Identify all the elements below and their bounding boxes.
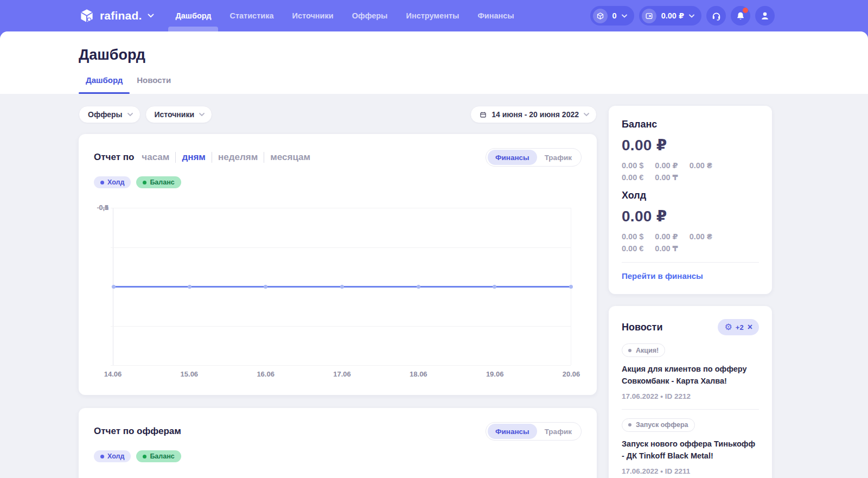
chevron-down-icon: [127, 113, 133, 116]
currency-amount: 0.00 ₸: [655, 173, 678, 182]
interval-days[interactable]: дням: [175, 152, 212, 163]
data-point: [493, 285, 496, 289]
legend-hold[interactable]: Холд: [94, 176, 131, 188]
balance-card: Баланс 0.00 ₽ 0.00 $ 0.00 ₽ 0.00 ₴ 0.00 …: [609, 106, 772, 294]
daily-report-chart: 1 0,5 0 -0,5 -1: [94, 205, 582, 386]
filters-row: Офферы Источники: [79, 106, 597, 123]
legend-hold[interactable]: Холд: [94, 450, 131, 462]
user-icon: [760, 10, 770, 21]
data-point: [264, 285, 267, 289]
currency-amount: 0.00 ₴: [690, 232, 712, 241]
legend-hold-label: Холд: [107, 179, 124, 186]
sources-filter[interactable]: Источники: [145, 106, 213, 123]
news-tag: Акция!: [622, 343, 665, 357]
support-button[interactable]: [706, 6, 726, 26]
page-tabs: Дашборд Новости: [79, 75, 775, 94]
legend-balance[interactable]: Баланс: [136, 176, 181, 188]
toggle-traffic[interactable]: Трафик: [537, 424, 579, 439]
chevron-down-icon: [689, 14, 694, 18]
report-head: Отчет по офферам Финансы Трафик: [94, 422, 582, 441]
tag-dot-icon: [628, 349, 631, 352]
x-axis-tick: 15.06: [181, 370, 199, 378]
news-item-title[interactable]: Акция для клиентов по офферу Совкомбанк …: [622, 363, 759, 387]
data-point: [340, 285, 344, 289]
chevron-down-icon: [148, 14, 154, 18]
currency-amount: 0.00 ₴: [690, 161, 712, 170]
news-tag-label: Акция!: [636, 347, 659, 354]
conversions-badge[interactable]: 0: [590, 6, 634, 26]
currency-amount: 0.00 ₽: [655, 161, 678, 170]
hold-dot-icon: [100, 455, 104, 458]
report-title-prefix: Отчет по: [94, 152, 134, 163]
chevron-down-icon: [584, 113, 589, 116]
nav-item-offers[interactable]: Офферы: [343, 0, 397, 31]
tab-news[interactable]: Новости: [130, 75, 178, 94]
offers-report-title: Отчет по офферам: [94, 426, 181, 437]
interval-hours[interactable]: часам: [138, 152, 175, 163]
news-title: Новости: [622, 322, 662, 333]
legend-hold-label: Холд: [107, 452, 124, 460]
toggle-finances[interactable]: Финансы: [488, 150, 537, 165]
wallet-icon: [642, 9, 656, 23]
main-column: Офферы Источники: [79, 106, 597, 478]
x-axis-tick: 17.06: [333, 370, 351, 378]
nav-item-tools[interactable]: Инструменты: [397, 0, 468, 31]
nav-item-dashboard[interactable]: Дашборд: [166, 0, 220, 31]
news-item[interactable]: Акция! Акция для клиентов по офферу Совк…: [622, 343, 759, 400]
headset-icon: [711, 11, 722, 21]
interval-months[interactable]: месяцам: [264, 152, 316, 163]
news-count: +2: [736, 323, 744, 332]
chevron-down-icon: [622, 14, 627, 18]
calendar-icon: [480, 111, 487, 118]
cube-icon: [593, 9, 608, 23]
gear-icon[interactable]: ⚙: [724, 323, 732, 332]
legend-balance-label: Баланс: [150, 452, 174, 460]
finance-traffic-toggle: Финансы Трафик: [486, 148, 582, 167]
nav-item-sources[interactable]: Источники: [283, 0, 343, 31]
data-point: [417, 285, 420, 289]
news-item[interactable]: Запуск оффера Запуск нового оффера Тиньк…: [622, 418, 759, 475]
interval-weeks[interactable]: неделям: [212, 152, 264, 163]
data-point: [112, 285, 116, 289]
offers-filter[interactable]: Офферы: [79, 106, 141, 123]
navbar-right: 0 0.00 ₽: [590, 6, 775, 26]
x-axis-labels: 14.06 15.06 16.06 17.06 18.06 19.06 20.0…: [113, 370, 571, 386]
chevron-down-icon: [199, 113, 205, 116]
news-item-title[interactable]: Запуск нового оффера Тинькофф - ДК Tinko…: [622, 438, 759, 462]
hold-label: Холд: [622, 190, 759, 201]
notifications-button[interactable]: [731, 6, 750, 26]
tag-dot-icon: [628, 423, 631, 426]
gridline: [111, 365, 571, 366]
balance-dot-icon: [143, 455, 146, 458]
chart-legend: Холд Баланс: [94, 176, 582, 188]
x-axis-tick: 20.06: [563, 370, 580, 378]
close-icon[interactable]: ×: [748, 322, 752, 332]
currency-amount: 0.00 €: [622, 173, 643, 182]
report-by-period-card: Отчет по часам дням неделям месяцам Фина…: [79, 134, 597, 395]
news-tag-label: Запуск оффера: [636, 421, 688, 429]
cube-logo-icon: [79, 8, 95, 24]
legend-balance[interactable]: Баланс: [136, 450, 181, 462]
currency-amount: 0.00 ₸: [655, 244, 678, 253]
nav-item-statistics[interactable]: Статистика: [220, 0, 283, 31]
x-axis-tick: 16.06: [257, 370, 275, 378]
brand-logo[interactable]: rafinad.: [79, 8, 154, 24]
balance-badge[interactable]: 0.00 ₽: [639, 6, 701, 26]
nav-item-finances[interactable]: Финансы: [468, 0, 523, 31]
tab-dashboard[interactable]: Дашборд: [79, 75, 130, 94]
hold-value: 0.00 ₽: [622, 207, 759, 225]
news-settings-badge[interactable]: ⚙ +2 ×: [718, 319, 759, 335]
balance-value: 0.00 ₽: [622, 136, 759, 154]
divider: [622, 262, 759, 263]
currency-amount: 0.00 ₽: [655, 232, 678, 241]
hold-breakdown: 0.00 $ 0.00 ₽ 0.00 ₴ 0.00 € 0.00 ₸: [622, 232, 759, 253]
balance-label: Баланс: [622, 119, 759, 130]
hold-series-line: [113, 286, 571, 288]
date-range-picker[interactable]: 14 июня - 20 июня 2022: [470, 106, 597, 123]
profile-button[interactable]: [755, 6, 775, 26]
news-item-meta: 17.06.2022 • ID 2212: [622, 392, 759, 400]
toggle-finances[interactable]: Финансы: [488, 424, 537, 439]
toggle-traffic[interactable]: Трафик: [537, 150, 579, 165]
go-to-finances-link[interactable]: Перейти в финансы: [622, 271, 703, 281]
conversions-count: 0: [612, 11, 617, 20]
